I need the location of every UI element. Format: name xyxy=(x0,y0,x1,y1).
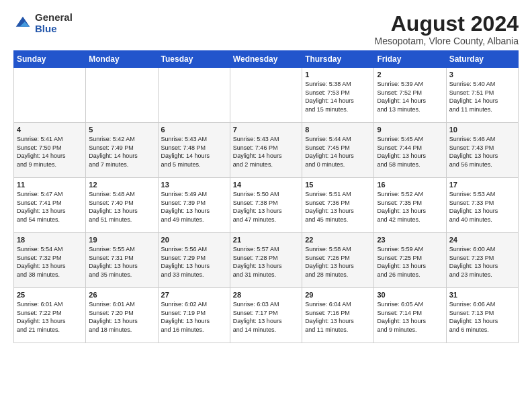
week-row-4: 18Sunrise: 5:54 AM Sunset: 7:32 PM Dayli… xyxy=(14,233,519,288)
calendar-cell: 22Sunrise: 5:58 AM Sunset: 7:26 PM Dayli… xyxy=(302,233,374,288)
cell-content: Sunrise: 6:06 AM Sunset: 7:13 PM Dayligh… xyxy=(449,300,515,334)
calendar-cell: 12Sunrise: 5:48 AM Sunset: 7:40 PM Dayli… xyxy=(86,178,158,233)
day-number: 6 xyxy=(161,126,227,134)
calendar-cell: 7Sunrise: 5:43 AM Sunset: 7:46 PM Daylig… xyxy=(230,123,302,178)
day-number: 4 xyxy=(17,126,83,134)
col-header-tuesday: Tuesday xyxy=(158,51,230,68)
calendar-cell: 28Sunrise: 6:03 AM Sunset: 7:17 PM Dayli… xyxy=(230,288,302,343)
day-number: 31 xyxy=(449,291,515,299)
calendar-cell: 21Sunrise: 5:57 AM Sunset: 7:28 PM Dayli… xyxy=(230,233,302,288)
calendar-cell: 10Sunrise: 5:46 AM Sunset: 7:43 PM Dayli… xyxy=(446,123,518,178)
calendar-cell: 30Sunrise: 6:05 AM Sunset: 7:14 PM Dayli… xyxy=(374,288,446,343)
day-number: 9 xyxy=(377,126,443,134)
month-year-title: August 2024 xyxy=(374,12,519,36)
day-number: 7 xyxy=(233,126,299,134)
cell-content: Sunrise: 5:47 AM Sunset: 7:41 PM Dayligh… xyxy=(17,190,83,224)
day-number: 8 xyxy=(305,126,371,134)
cell-content: Sunrise: 5:59 AM Sunset: 7:25 PM Dayligh… xyxy=(377,245,443,279)
location-subtitle: Mesopotam, Vlore County, Albania xyxy=(374,36,519,46)
day-number: 27 xyxy=(161,291,227,299)
cell-content: Sunrise: 5:42 AM Sunset: 7:49 PM Dayligh… xyxy=(89,135,154,169)
calendar-cell: 15Sunrise: 5:51 AM Sunset: 7:36 PM Dayli… xyxy=(302,178,374,233)
calendar-cell: 19Sunrise: 5:55 AM Sunset: 7:31 PM Dayli… xyxy=(86,233,158,288)
col-header-sunday: Sunday xyxy=(14,51,86,68)
calendar-cell: 5Sunrise: 5:42 AM Sunset: 7:49 PM Daylig… xyxy=(86,123,158,178)
day-number: 3 xyxy=(449,71,515,79)
week-row-2: 4Sunrise: 5:41 AM Sunset: 7:50 PM Daylig… xyxy=(14,123,519,178)
col-header-thursday: Thursday xyxy=(302,51,374,68)
week-row-5: 25Sunrise: 6:01 AM Sunset: 7:22 PM Dayli… xyxy=(14,288,519,343)
cell-content: Sunrise: 5:58 AM Sunset: 7:26 PM Dayligh… xyxy=(305,245,371,279)
calendar-cell: 29Sunrise: 6:04 AM Sunset: 7:16 PM Dayli… xyxy=(302,288,374,343)
calendar-cell xyxy=(86,68,158,123)
day-number: 24 xyxy=(449,236,515,244)
cell-content: Sunrise: 5:54 AM Sunset: 7:32 PM Dayligh… xyxy=(17,245,83,279)
day-number: 22 xyxy=(305,236,371,244)
cell-content: Sunrise: 6:02 AM Sunset: 7:19 PM Dayligh… xyxy=(161,300,227,334)
cell-content: Sunrise: 6:03 AM Sunset: 7:17 PM Dayligh… xyxy=(233,300,299,334)
calendar-cell: 8Sunrise: 5:44 AM Sunset: 7:45 PM Daylig… xyxy=(302,123,374,178)
calendar-cell xyxy=(14,68,86,123)
calendar-cell: 17Sunrise: 5:53 AM Sunset: 7:33 PM Dayli… xyxy=(446,178,518,233)
col-header-friday: Friday xyxy=(374,51,446,68)
week-row-3: 11Sunrise: 5:47 AM Sunset: 7:41 PM Dayli… xyxy=(14,178,519,233)
col-header-wednesday: Wednesday xyxy=(230,51,302,68)
cell-content: Sunrise: 6:04 AM Sunset: 7:16 PM Dayligh… xyxy=(305,300,371,334)
day-number: 1 xyxy=(305,71,371,79)
day-number: 28 xyxy=(233,291,299,299)
calendar-cell: 4Sunrise: 5:41 AM Sunset: 7:50 PM Daylig… xyxy=(14,123,86,178)
day-number: 18 xyxy=(17,236,83,244)
calendar-cell: 18Sunrise: 5:54 AM Sunset: 7:32 PM Dayli… xyxy=(14,233,86,288)
calendar-cell: 26Sunrise: 6:01 AM Sunset: 7:20 PM Dayli… xyxy=(86,288,158,343)
logo-general-text: General xyxy=(35,12,73,24)
day-number: 21 xyxy=(233,236,299,244)
header: General Blue August 2024 Mesopotam, Vlor… xyxy=(13,12,519,46)
header-row: SundayMondayTuesdayWednesdayThursdayFrid… xyxy=(14,51,519,68)
cell-content: Sunrise: 5:38 AM Sunset: 7:53 PM Dayligh… xyxy=(305,80,371,113)
day-number: 10 xyxy=(449,126,515,134)
day-number: 29 xyxy=(305,291,371,299)
day-number: 19 xyxy=(89,236,154,244)
calendar-cell: 1Sunrise: 5:38 AM Sunset: 7:53 PM Daylig… xyxy=(302,68,374,123)
day-number: 16 xyxy=(377,181,443,189)
logo-blue-text: Blue xyxy=(35,24,73,35)
week-row-1: 1Sunrise: 5:38 AM Sunset: 7:53 PM Daylig… xyxy=(14,68,519,123)
calendar-cell xyxy=(230,68,302,123)
cell-content: Sunrise: 5:57 AM Sunset: 7:28 PM Dayligh… xyxy=(233,245,299,279)
page-container: General Blue August 2024 Mesopotam, Vlor… xyxy=(0,0,532,350)
calendar-cell: 25Sunrise: 6:01 AM Sunset: 7:22 PM Dayli… xyxy=(14,288,86,343)
calendar-cell: 14Sunrise: 5:50 AM Sunset: 7:38 PM Dayli… xyxy=(230,178,302,233)
calendar-cell: 11Sunrise: 5:47 AM Sunset: 7:41 PM Dayli… xyxy=(14,178,86,233)
day-number: 5 xyxy=(89,126,154,134)
day-number: 11 xyxy=(17,181,83,189)
day-number: 30 xyxy=(377,291,443,299)
cell-content: Sunrise: 6:01 AM Sunset: 7:22 PM Dayligh… xyxy=(17,300,83,334)
cell-content: Sunrise: 5:46 AM Sunset: 7:43 PM Dayligh… xyxy=(449,135,515,169)
calendar-cell xyxy=(158,68,230,123)
calendar-cell: 13Sunrise: 5:49 AM Sunset: 7:39 PM Dayli… xyxy=(158,178,230,233)
cell-content: Sunrise: 6:01 AM Sunset: 7:20 PM Dayligh… xyxy=(89,300,154,334)
calendar-cell: 20Sunrise: 5:56 AM Sunset: 7:29 PM Dayli… xyxy=(158,233,230,288)
calendar-cell: 24Sunrise: 6:00 AM Sunset: 7:23 PM Dayli… xyxy=(446,233,518,288)
cell-content: Sunrise: 5:50 AM Sunset: 7:38 PM Dayligh… xyxy=(233,190,299,224)
day-number: 15 xyxy=(305,181,371,189)
cell-content: Sunrise: 6:05 AM Sunset: 7:14 PM Dayligh… xyxy=(377,300,443,334)
day-number: 2 xyxy=(377,71,443,79)
day-number: 13 xyxy=(161,181,227,189)
col-header-monday: Monday xyxy=(86,51,158,68)
calendar-cell: 27Sunrise: 6:02 AM Sunset: 7:19 PM Dayli… xyxy=(158,288,230,343)
cell-content: Sunrise: 5:43 AM Sunset: 7:48 PM Dayligh… xyxy=(161,135,227,169)
calendar-cell: 9Sunrise: 5:45 AM Sunset: 7:44 PM Daylig… xyxy=(374,123,446,178)
cell-content: Sunrise: 5:52 AM Sunset: 7:35 PM Dayligh… xyxy=(377,190,443,224)
cell-content: Sunrise: 5:43 AM Sunset: 7:46 PM Dayligh… xyxy=(233,135,299,169)
calendar-cell: 6Sunrise: 5:43 AM Sunset: 7:48 PM Daylig… xyxy=(158,123,230,178)
cell-content: Sunrise: 5:51 AM Sunset: 7:36 PM Dayligh… xyxy=(305,190,371,224)
title-block: August 2024 Mesopotam, Vlore County, Alb… xyxy=(374,12,519,46)
day-number: 23 xyxy=(377,236,443,244)
cell-content: Sunrise: 5:41 AM Sunset: 7:50 PM Dayligh… xyxy=(17,135,83,169)
calendar-cell: 3Sunrise: 5:40 AM Sunset: 7:51 PM Daylig… xyxy=(446,68,518,123)
calendar-table: SundayMondayTuesdayWednesdayThursdayFrid… xyxy=(13,50,519,343)
logo-text: General Blue xyxy=(35,12,73,34)
day-number: 20 xyxy=(161,236,227,244)
calendar-cell: 23Sunrise: 5:59 AM Sunset: 7:25 PM Dayli… xyxy=(374,233,446,288)
